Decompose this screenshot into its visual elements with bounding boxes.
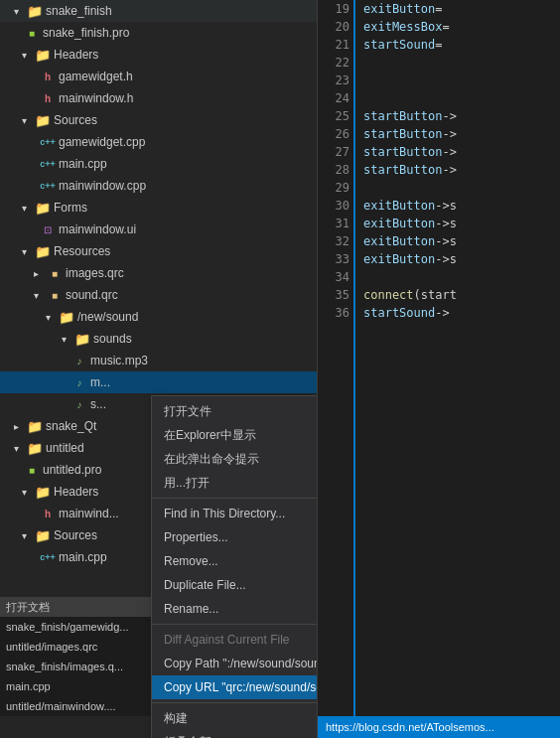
menu-item-remove[interactable]: Remove... — [152, 549, 318, 573]
tree-label: s... — [90, 397, 106, 411]
tree-label: main.cpp — [59, 157, 107, 171]
expand-arrow-icon — [16, 243, 32, 259]
tree-item-sounds-folder[interactable]: 📁 sounds — [0, 328, 317, 350]
menu-item-open-with[interactable]: 用...打开 ▶ — [152, 471, 318, 495]
open-doc-item-1[interactable]: snake_finish/gamewidg... — [0, 617, 169, 637]
expand-arrow-icon — [56, 331, 71, 347]
sound-file-icon: ♪ — [71, 396, 87, 412]
menu-item-show-explorer[interactable]: 在Explorer中显示 — [152, 423, 318, 447]
tree-label: Sources — [54, 113, 97, 127]
folder-icon: 📁 — [35, 47, 51, 63]
ui-file-icon: ⊡ — [40, 221, 56, 237]
menu-separator-3 — [152, 702, 318, 703]
tree-label: mainwind... — [59, 507, 119, 520]
tree-item-sources[interactable]: 📁 Sources — [0, 109, 317, 131]
pro-file-icon: ■ — [24, 25, 40, 41]
tree-label: Resources — [54, 244, 110, 258]
pro-file-icon: ■ — [24, 462, 40, 478]
tree-item-gamewidget-cpp[interactable]: c++ gamewidget.cpp — [0, 131, 317, 153]
line-numbers: 19 20 21 22 23 24 25 26 27 28 29 30 31 3… — [318, 0, 355, 738]
tree-label: untitled.pro — [43, 463, 101, 477]
menu-item-build[interactable]: 构建 — [152, 706, 318, 730]
cpp-file-icon: c++ — [40, 156, 56, 172]
tree-label: images.qrc — [66, 266, 124, 280]
open-documents-panel: 打开文档 snake_finish/gamewidg... untitled/i… — [0, 597, 169, 716]
h-file-icon: h — [40, 90, 56, 106]
tree-label: Forms — [54, 201, 87, 215]
open-doc-item-4[interactable]: main.cpp — [0, 676, 169, 696]
status-url: https://blog.csdn.net/AToolsemos... — [326, 721, 494, 733]
expand-arrow-icon — [40, 309, 56, 325]
menu-item-open-file[interactable]: 打开文件 — [152, 399, 318, 423]
tree-item-sound-qrc[interactable]: ■ sound.qrc — [0, 284, 317, 306]
tree-label: untitled — [46, 441, 84, 455]
folder-icon: 📁 — [35, 527, 51, 543]
tree-item-new-sound[interactable]: 📁 /new/sound — [0, 306, 317, 328]
folder-icon: 📁 — [35, 112, 51, 128]
sound-file-icon: ♪ — [71, 374, 87, 390]
tree-item-forms[interactable]: 📁 Forms — [0, 197, 317, 219]
tree-item-music-mp3[interactable]: ♪ music.mp3 — [0, 350, 317, 371]
tree-item-main-cpp[interactable]: c++ main.cpp — [0, 153, 317, 175]
tree-label: sounds — [93, 332, 132, 346]
menu-item-diff: Diff Against Current File — [152, 628, 318, 652]
expand-arrow-icon — [16, 47, 32, 63]
menu-separator — [152, 498, 318, 499]
open-doc-item-3[interactable]: snake_finish/images.q... — [0, 657, 169, 676]
tree-item-music-wav[interactable]: ♪ m... — [0, 371, 317, 393]
tree-label: /new/sound — [77, 310, 138, 324]
open-doc-item-5[interactable]: untitled/mainwindow.... — [0, 696, 169, 716]
tree-label: sound.qrc — [66, 288, 118, 302]
qrc-file-icon: ■ — [47, 287, 63, 303]
menu-item-cmd-prompt[interactable]: 在此弹出命令提示 — [152, 447, 318, 471]
menu-item-copy-url[interactable]: Copy URL "qrc:/new/sound/sounds/music.wa… — [152, 675, 318, 699]
folder-icon: 📁 — [27, 418, 43, 434]
folder-icon: 📁 — [27, 3, 43, 19]
tree-label: Headers — [54, 485, 98, 499]
expand-arrow-icon — [8, 440, 24, 456]
folder-icon: 📁 — [35, 484, 51, 500]
folder-icon: 📁 — [35, 200, 51, 216]
cpp-file-icon: c++ — [40, 134, 56, 150]
tree-item-mainwindow-cpp[interactable]: c++ mainwindow.cpp — [0, 175, 317, 197]
tree-label: mainwindow.ui — [59, 222, 136, 236]
tree-label: music.mp3 — [90, 354, 148, 368]
tree-item-mainwindow-ui[interactable]: ⊡ mainwindow.ui — [0, 219, 317, 240]
h-file-icon: h — [40, 506, 56, 521]
folder-icon: 📁 — [27, 440, 43, 456]
menu-item-find-dir[interactable]: Find in This Directory... — [152, 502, 318, 525]
expand-arrow-icon — [16, 200, 32, 216]
context-menu: 打开文件 在Explorer中显示 在此弹出命令提示 用...打开 ▶ Find… — [151, 395, 318, 738]
tree-item-gamewidget-h[interactable]: h gamewidget.h — [0, 66, 317, 87]
expand-arrow-icon — [16, 527, 32, 543]
status-bar: https://blog.csdn.net/AToolsemos... — [318, 716, 560, 738]
tree-item-resources[interactable]: 📁 Resources — [0, 240, 317, 262]
menu-item-rename[interactable]: Rename... — [152, 597, 318, 621]
tree-label: gamewidget.h — [59, 70, 133, 83]
code-area: 19 20 21 22 23 24 25 26 27 28 29 30 31 3… — [318, 0, 560, 738]
tree-item-snake-finish[interactable]: 📁 snake_finish — [0, 0, 317, 22]
menu-item-fold-all[interactable]: 折叠全部 — [152, 730, 318, 738]
tree-label: gamewidget.cpp — [59, 135, 145, 149]
tree-item-mainwindow-h[interactable]: h mainwindow.h — [0, 87, 317, 109]
tree-item-headers[interactable]: 📁 Headers — [0, 44, 317, 66]
tree-label: mainwindow.h — [59, 91, 133, 105]
menu-item-copy-path[interactable]: Copy Path ":/new/sound/sounds/music.wav" — [152, 652, 318, 675]
tree-label: snake_finish.pro — [43, 26, 129, 40]
expand-arrow-icon — [28, 287, 44, 303]
open-doc-header: 打开文档 — [0, 597, 169, 617]
folder-icon: 📁 — [35, 243, 51, 259]
open-doc-item-2[interactable]: untitled/images.qrc — [0, 637, 169, 657]
menu-item-duplicate[interactable]: Duplicate File... — [152, 573, 318, 597]
h-file-icon: h — [40, 69, 56, 84]
tree-item-snake-finish-pro[interactable]: ■ snake_finish.pro — [0, 22, 317, 44]
code-editor-panel: 19 20 21 22 23 24 25 26 27 28 29 30 31 3… — [318, 0, 560, 738]
cpp-file-icon: c++ — [40, 178, 56, 194]
tree-label: main.cpp — [59, 550, 107, 564]
code-content[interactable]: exitButton = exitMessBox = startSound = … — [355, 0, 560, 738]
tree-label: Sources — [54, 528, 97, 542]
cpp-file-icon: c++ — [40, 549, 56, 565]
menu-item-properties[interactable]: Properties... — [152, 525, 318, 549]
sound-file-icon: ♪ — [71, 353, 87, 369]
tree-item-images-qrc[interactable]: ■ images.qrc — [0, 262, 317, 284]
